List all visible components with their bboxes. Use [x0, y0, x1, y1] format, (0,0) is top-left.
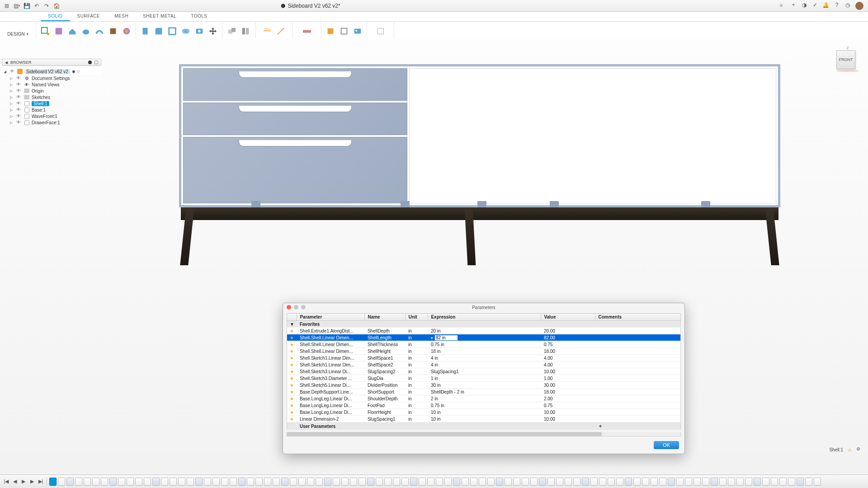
timeline-feature[interactable]	[238, 478, 245, 486]
timeline-feature[interactable]	[711, 478, 718, 486]
value-cell[interactable]: 20.00	[541, 328, 595, 334]
comments-cell[interactable]	[595, 382, 681, 389]
timeline-feature[interactable]	[247, 478, 254, 486]
timeline-feature[interactable]	[359, 478, 366, 486]
user-parameters-section[interactable]: User Parameters	[297, 422, 595, 430]
save-icon[interactable]: 💾	[24, 3, 30, 9]
parameter-cell[interactable]: Shell.Sketch1.Linear Dim...	[297, 355, 365, 361]
redo-icon[interactable]: ↷	[43, 3, 50, 9]
unit-cell[interactable]: in	[406, 395, 428, 402]
extrude-icon[interactable]	[67, 26, 78, 37]
expression-cell[interactable]: 18 in	[428, 348, 541, 355]
fillet-icon[interactable]	[153, 26, 164, 37]
timeline-feature[interactable]	[745, 478, 752, 486]
joint-icon[interactable]	[240, 26, 251, 37]
parameter-cell[interactable]: Linear Dimension-2	[297, 416, 365, 422]
horizontal-scrollbar[interactable]	[287, 432, 681, 436]
timeline-feature[interactable]	[324, 478, 331, 486]
parameter-row[interactable]: ★Linear Dimension-2SlugSpacing1in10 in10…	[287, 416, 681, 422]
favorite-star-icon[interactable]: ★	[287, 368, 297, 375]
parameter-row[interactable]: ★Base.DepthSupport.Line...ShortSupportin…	[287, 389, 681, 395]
create-form-icon[interactable]	[53, 26, 64, 37]
timeline-feature[interactable]	[316, 478, 323, 486]
timeline-feature[interactable]	[307, 478, 314, 486]
parameter-row[interactable]: ★Shell.Sketch5.Linear Di...DividerPositi…	[287, 382, 681, 389]
comments-cell[interactable]	[595, 355, 681, 361]
name-cell[interactable]: ShellHeight	[365, 348, 406, 355]
timeline-feature[interactable]	[401, 478, 409, 486]
notifications-icon[interactable]: 🔔	[823, 2, 829, 8]
timeline-feature[interactable]	[255, 478, 263, 486]
parameter-cell[interactable]: Base.LongLeg.Linear Di...	[297, 409, 365, 416]
timeline-feature[interactable]	[462, 478, 469, 486]
parameter-cell[interactable]: Shell.Sketch1.Linear Dim...	[297, 361, 365, 368]
col-comments[interactable]: Comments	[595, 314, 681, 321]
col-parameter[interactable]: Parameter	[297, 314, 365, 321]
timeline-feature[interactable]	[118, 478, 125, 486]
timeline-feature[interactable]	[487, 478, 495, 486]
insert-derive-icon[interactable]	[325, 26, 336, 37]
parameter-cell[interactable]: Base.LongLeg.Linear Di...	[297, 402, 365, 409]
timeline-feature[interactable]	[350, 478, 357, 486]
app-grid-icon[interactable]: ⊞	[4, 3, 10, 9]
timeline-feature[interactable]	[676, 478, 684, 486]
timeline-feature[interactable]	[419, 478, 426, 486]
parameter-row[interactable]: ★Shell.Sketch3.Diameter ...SlugDiain1 in…	[287, 375, 681, 382]
timeline-feature[interactable]	[590, 478, 598, 486]
warning-icon[interactable]: ⚠	[848, 447, 852, 452]
unit-cell[interactable]: in	[406, 402, 428, 409]
expression-cell[interactable]: ▾	[428, 334, 541, 341]
timeline-feature[interactable]	[384, 478, 392, 486]
favorite-star-icon[interactable]: ★	[287, 375, 297, 382]
name-cell[interactable]: SlugDia	[365, 375, 406, 382]
user-avatar-icon[interactable]	[855, 2, 863, 10]
expression-cell[interactable]: 2 in	[428, 395, 541, 402]
timeline-feature[interactable]	[814, 478, 821, 486]
ok-button[interactable]: OK	[654, 441, 679, 449]
value-cell[interactable]: 18.00	[541, 389, 595, 395]
radio-off-icon[interactable]: ○	[77, 69, 80, 74]
timeline-feature[interactable]	[66, 478, 74, 486]
timeline-feature[interactable]	[539, 478, 546, 486]
timeline-feature[interactable]	[393, 478, 400, 486]
parameter-cell[interactable]: Shell.Shell.Linear Dimen...	[297, 341, 365, 348]
value-cell[interactable]: 10.00	[541, 416, 595, 422]
name-cell[interactable]: SlugSpacing1	[365, 416, 406, 422]
timeline-feature[interactable]	[513, 478, 520, 486]
browser-node[interactable]: ▷👁WaveFront:1	[2, 113, 101, 119]
comments-cell[interactable]	[595, 334, 681, 341]
browser-node[interactable]: ▷👁Sketches	[2, 94, 101, 100]
favorite-star-icon[interactable]: ★	[287, 328, 297, 334]
timeline-feature[interactable]	[58, 478, 65, 486]
timeline-feature[interactable]	[479, 478, 486, 486]
expression-cell[interactable]: 4 in	[428, 361, 541, 368]
name-cell[interactable]: DividerPosition	[365, 382, 406, 389]
browser-node[interactable]: ▷👁Base:1	[2, 107, 101, 113]
value-cell[interactable]: 0.75	[541, 402, 595, 409]
favorite-star-icon[interactable]: ★	[287, 395, 297, 402]
expression-cell[interactable]: 30 in	[428, 382, 541, 389]
name-cell[interactable]: ShoulderDepth	[365, 395, 406, 402]
select-icon[interactable]	[375, 26, 386, 37]
timeline-feature[interactable]	[204, 478, 211, 486]
comments-cell[interactable]	[595, 409, 681, 416]
timeline-feature[interactable]	[788, 478, 795, 486]
tab-mesh[interactable]: MESH	[107, 12, 136, 21]
file-menu-icon[interactable]: ▤▾	[14, 3, 20, 9]
timeline-feature[interactable]	[427, 478, 434, 486]
parameter-row[interactable]: ★Shell.Sketch3.Linear Di...SlugSpacing2i…	[287, 368, 681, 375]
timeline-feature[interactable]	[264, 478, 271, 486]
favorite-star-icon[interactable]: ★	[287, 382, 297, 389]
col-unit[interactable]: Unit	[406, 314, 428, 321]
unit-cell[interactable]: in	[406, 416, 428, 422]
insert-decal-icon[interactable]	[352, 26, 363, 37]
axis-icon[interactable]	[275, 26, 286, 37]
expression-cell[interactable]: SlugSpacing1	[428, 368, 541, 375]
help-icon[interactable]: ?	[834, 2, 840, 8]
timeline-feature[interactable]	[496, 478, 503, 486]
name-cell[interactable]: ShellLength	[365, 334, 406, 341]
plane-offset-icon[interactable]	[262, 26, 273, 37]
timeline-feature[interactable]	[221, 478, 228, 486]
favorite-star-icon[interactable]: ★	[287, 409, 297, 416]
timeline-feature[interactable]	[573, 478, 580, 486]
